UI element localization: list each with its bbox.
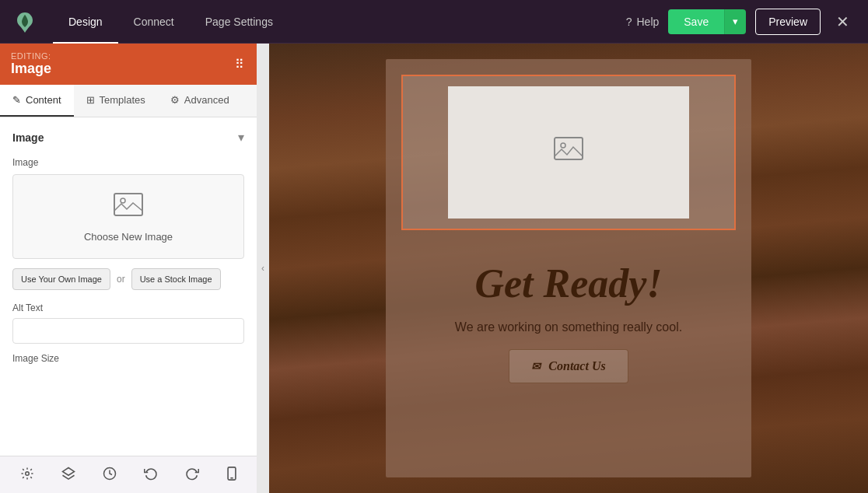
- panel-menu-icon[interactable]: ⠿: [235, 57, 246, 72]
- redo-icon: [185, 467, 199, 484]
- nav-right: ? Help Save ▾ Preview ✕: [626, 9, 856, 35]
- tab-advanced[interactable]: ⚙ Advanced: [158, 85, 242, 117]
- use-stock-image-button[interactable]: Use a Stock Image: [131, 268, 221, 290]
- placeholder-image-icon: [553, 136, 584, 170]
- nav-tabs: Design Connect Page Settings: [53, 0, 289, 44]
- page-text-section: Get Ready! We are working on something r…: [386, 246, 751, 477]
- preview-button[interactable]: Preview: [755, 9, 821, 35]
- layers-toolbar-button[interactable]: [55, 460, 82, 490]
- nav-tab-connect[interactable]: Connect: [118, 0, 190, 44]
- or-label: or: [117, 274, 125, 285]
- advanced-tab-icon: ⚙: [170, 94, 180, 106]
- panel-header: EDITING: Image ⠿: [0, 44, 257, 85]
- save-dropdown-button[interactable]: ▾: [724, 9, 746, 34]
- undo-toolbar-button[interactable]: [138, 460, 164, 490]
- left-panel: EDITING: Image ⠿ ✎ Content ⊞ Templates ⚙…: [0, 44, 257, 493]
- main-layout: EDITING: Image ⠿ ✎ Content ⊞ Templates ⚙…: [0, 44, 868, 493]
- svg-rect-0: [114, 194, 142, 215]
- panel-tabs: ✎ Content ⊞ Templates ⚙ Advanced: [0, 85, 257, 117]
- nav-tab-page-settings[interactable]: Page Settings: [190, 0, 289, 44]
- top-nav: Design Connect Page Settings ? Help Save…: [0, 0, 868, 44]
- svg-point-1: [121, 198, 125, 203]
- sub-text: We are working on something really cool.: [455, 318, 682, 337]
- use-own-image-button[interactable]: Use Your Own Image: [12, 268, 110, 290]
- editing-label: EDITING:: [11, 51, 51, 61]
- templates-tab-label: Templates: [100, 94, 145, 106]
- redo-toolbar-button[interactable]: [179, 460, 205, 490]
- nav-tab-design[interactable]: Design: [53, 0, 118, 44]
- page-overlay: Get Ready! We are working on something r…: [386, 59, 751, 477]
- svg-point-8: [561, 143, 565, 148]
- image-section-header: Image ▾: [12, 130, 244, 145]
- image-field-label: Image: [12, 157, 244, 168]
- settings-icon: [20, 467, 34, 484]
- bottom-toolbar: [0, 456, 257, 493]
- contact-us-button[interactable]: ✉ Contact Us: [509, 349, 628, 383]
- alt-text-label: Alt Text: [12, 302, 244, 313]
- canvas-area: Get Ready! We are working on something r…: [269, 44, 868, 493]
- advanced-tab-label: Advanced: [184, 94, 229, 106]
- panel-content: Image ▾ Image Choose New Image Use Your …: [0, 117, 257, 456]
- layers-icon: [61, 467, 75, 484]
- get-ready-heading: Get Ready!: [474, 261, 662, 306]
- mobile-toolbar-button[interactable]: [220, 460, 243, 490]
- save-btn-group: Save ▾: [668, 9, 746, 34]
- image-upload-icon: [113, 191, 144, 225]
- help-icon: ?: [626, 16, 632, 28]
- history-toolbar-button[interactable]: [96, 460, 123, 490]
- editing-title: Image: [11, 61, 51, 77]
- panel-header-text: EDITING: Image: [11, 51, 51, 77]
- content-tab-icon: ✎: [12, 94, 21, 106]
- svg-point-2: [25, 471, 29, 475]
- collapse-chevron-icon: ‹: [261, 263, 264, 274]
- svg-marker-3: [62, 467, 74, 475]
- content-tab-label: Content: [26, 94, 61, 106]
- tab-content[interactable]: ✎ Content: [0, 85, 74, 117]
- close-button[interactable]: ✕: [830, 9, 856, 34]
- image-element[interactable]: [401, 75, 736, 230]
- contact-btn-label: Contact Us: [548, 359, 605, 373]
- tab-templates[interactable]: ⊞ Templates: [74, 85, 158, 117]
- help-button[interactable]: ? Help: [626, 16, 660, 28]
- save-button[interactable]: Save: [668, 9, 724, 34]
- envelope-icon: ✉: [531, 360, 541, 373]
- history-icon: [103, 467, 117, 484]
- undo-icon: [144, 467, 158, 484]
- svg-rect-7: [555, 138, 583, 159]
- upload-actions: Use Your Own Image or Use a Stock Image: [12, 268, 244, 290]
- templates-tab-icon: ⊞: [86, 94, 95, 106]
- image-size-label: Image Size: [12, 353, 244, 364]
- panel-collapse-handle[interactable]: ‹: [257, 44, 269, 493]
- image-placeholder: [448, 86, 689, 219]
- settings-toolbar-button[interactable]: [14, 460, 40, 490]
- section-collapse-icon[interactable]: ▾: [238, 130, 244, 145]
- mobile-icon: [226, 467, 237, 484]
- image-upload-box[interactable]: Choose New Image: [12, 174, 244, 259]
- choose-image-text: Choose New Image: [84, 231, 173, 243]
- image-section-title: Image: [12, 131, 44, 144]
- app-logo: [12, 9, 37, 34]
- alt-text-input[interactable]: [12, 318, 244, 344]
